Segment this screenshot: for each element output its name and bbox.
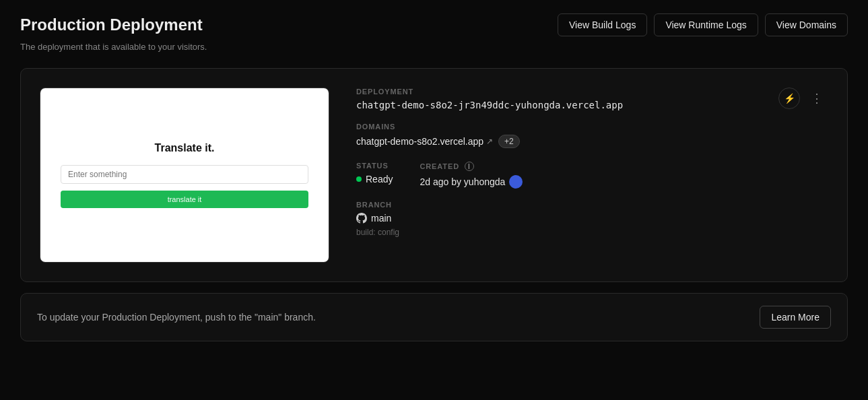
page-header: Production Deployment View Build Logs Vi… [20,13,848,36]
branch-section: BRANCH main build: config [356,201,828,237]
status-value: Ready [356,174,393,185]
build-config: build: config [356,228,828,237]
more-options-button[interactable]: ⋮ [805,88,828,108]
domain-text: chatgpt-demo-s8o2.vercel.app [356,136,483,147]
deployment-url: chatgpt-demo-s8o2-jr3n49ddc-yuhongda.ver… [356,100,623,110]
branch-row: main [356,213,828,224]
status-created-row: STATUS Ready CREATED i 2d ago by yuhongd… [356,162,828,189]
activity-icon-button[interactable]: ⚡ [778,88,800,109]
created-label: CREATED i [420,162,523,171]
page-title: Production Deployment [20,15,203,34]
domains-badge[interactable]: +2 [498,135,520,148]
deployment-card-inner: Translate it. translate it DEPLOYMENT ch… [40,88,828,263]
preview-app-title: Translate it. [155,142,215,154]
domain-link[interactable]: chatgpt-demo-s8o2.vercel.app ↗ [356,136,493,147]
preview-inner: Translate it. translate it [40,88,329,262]
card-action-buttons: ⚡ ⋮ [778,88,828,109]
branch-label: BRANCH [356,201,828,209]
branch-name: main [371,213,391,224]
view-build-logs-button[interactable]: View Build Logs [558,13,647,36]
more-icon: ⋮ [811,92,823,105]
deployment-label: DEPLOYMENT [356,88,623,96]
status-section: STATUS Ready [356,162,393,185]
created-section: CREATED i 2d ago by yuhongda [420,162,523,189]
notice-text: To update your Production Deployment, pu… [37,312,316,323]
github-icon [356,213,367,224]
deployment-info: DEPLOYMENT chatgpt-demo-s8o2-jr3n49ddc-y… [356,88,828,251]
deployment-card: Translate it. translate it DEPLOYMENT ch… [20,68,848,282]
status-label: STATUS [356,162,393,170]
deployment-preview: Translate it. translate it [40,88,329,263]
view-domains-button[interactable]: View Domains [765,13,848,36]
view-runtime-logs-button[interactable]: View Runtime Logs [654,13,758,36]
status-dot-icon [356,176,362,182]
header-buttons: View Build Logs View Runtime Logs View D… [558,13,848,36]
user-avatar [509,175,523,189]
learn-more-button[interactable]: Learn More [760,306,831,329]
preview-translate-button: translate it [61,191,308,208]
external-link-icon: ↗ [486,137,493,146]
deployment-section: DEPLOYMENT chatgpt-demo-s8o2-jr3n49ddc-y… [356,88,623,110]
bottom-notice-card: To update your Production Deployment, pu… [20,293,848,341]
activity-icon: ⚡ [784,93,795,104]
page-subtitle: The deployment that is available to your… [20,42,848,52]
created-value: 2d ago by yuhongda [420,175,523,189]
domains-row: chatgpt-demo-s8o2.vercel.app ↗ +2 [356,135,828,148]
created-info-icon: i [465,162,474,171]
preview-input [61,165,308,184]
deployment-info-header: DEPLOYMENT chatgpt-demo-s8o2-jr3n49ddc-y… [356,88,828,110]
domains-label: DOMAINS [356,123,828,131]
domains-section: DOMAINS chatgpt-demo-s8o2.vercel.app ↗ +… [356,123,828,148]
